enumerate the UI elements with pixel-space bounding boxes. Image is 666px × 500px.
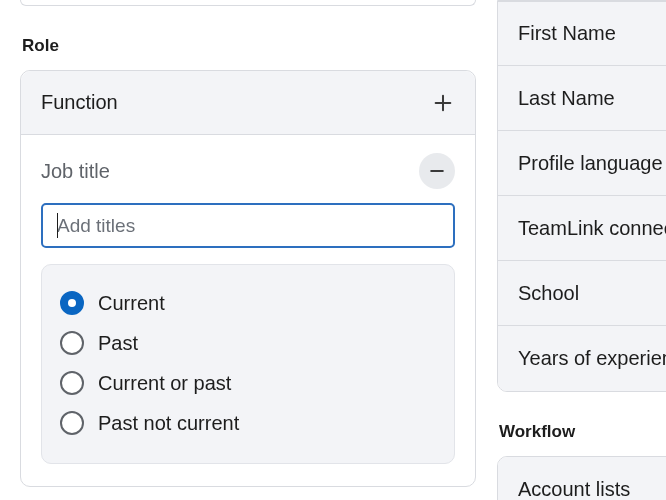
function-filter-label: Function xyxy=(41,91,118,114)
workflow-section-label: Workflow xyxy=(499,422,666,442)
right-filter-list: First Name Last Name Profile language Te… xyxy=(497,0,666,392)
filter-label: Last Name xyxy=(518,87,615,110)
role-section-label: Role xyxy=(22,36,476,56)
plus-icon xyxy=(431,91,455,115)
filter-first-name[interactable]: First Name xyxy=(498,1,666,66)
radio-label: Current xyxy=(98,292,165,315)
radio-icon xyxy=(60,331,84,355)
workflow-filter-list: Account lists xyxy=(497,456,666,500)
previous-filter-card-edge xyxy=(20,0,476,6)
filter-last-name[interactable]: Last Name xyxy=(498,66,666,131)
filter-teamlink-connections[interactable]: TeamLink connections xyxy=(498,196,666,261)
filter-profile-language[interactable]: Profile language xyxy=(498,131,666,196)
collapse-job-title-button[interactable] xyxy=(419,153,455,189)
radio-label: Past xyxy=(98,332,138,355)
filter-label: Years of experience xyxy=(518,347,666,370)
minus-icon xyxy=(427,161,447,181)
job-title-input[interactable] xyxy=(41,203,455,248)
filter-label: TeamLink connections xyxy=(518,217,666,240)
job-title-filter-section: Job title Current Past xyxy=(21,135,475,486)
radio-icon xyxy=(60,291,84,315)
radio-option-past[interactable]: Past xyxy=(60,323,436,363)
radio-label: Current or past xyxy=(98,372,231,395)
job-title-tense-options: Current Past Current or past Past not cu… xyxy=(41,264,455,464)
role-filter-card: Function Job title xyxy=(20,70,476,487)
filter-label: First Name xyxy=(518,22,616,45)
filter-label: School xyxy=(518,282,579,305)
function-filter-row[interactable]: Function xyxy=(21,71,475,135)
filter-years-of-experience[interactable]: Years of experience xyxy=(498,326,666,391)
filter-account-lists[interactable]: Account lists xyxy=(498,457,666,500)
radio-option-past-not-current[interactable]: Past not current xyxy=(60,403,436,443)
filter-label: Account lists xyxy=(518,478,630,500)
radio-option-current-or-past[interactable]: Current or past xyxy=(60,363,436,403)
radio-option-current[interactable]: Current xyxy=(60,283,436,323)
radio-label: Past not current xyxy=(98,412,239,435)
filter-school[interactable]: School xyxy=(498,261,666,326)
filter-label: Profile language xyxy=(518,152,663,175)
radio-icon xyxy=(60,411,84,435)
job-title-label: Job title xyxy=(41,160,110,183)
text-caret xyxy=(57,213,58,238)
radio-icon xyxy=(60,371,84,395)
